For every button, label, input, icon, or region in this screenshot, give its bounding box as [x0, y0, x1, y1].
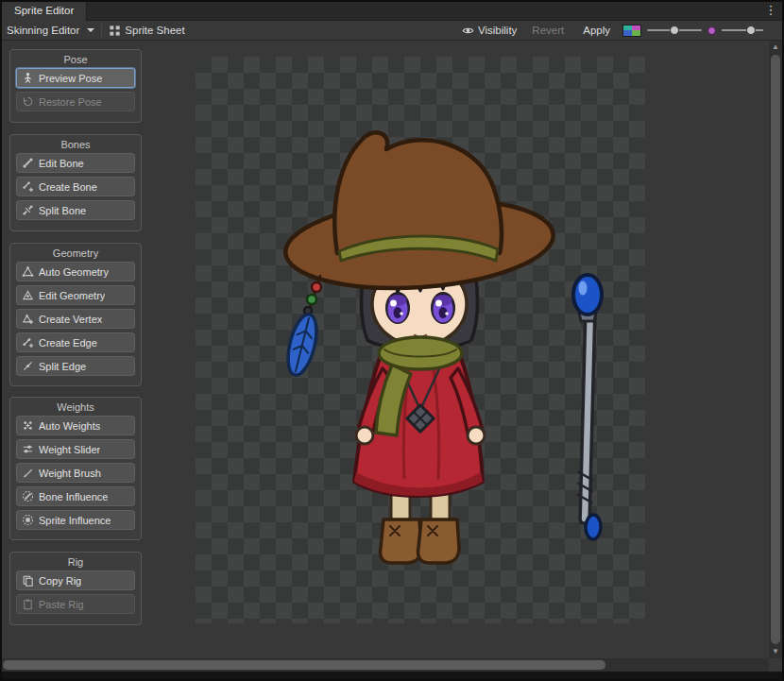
panel-bones: Bones Edit Bone Create Bone Split Bone [9, 134, 142, 231]
toolbar: Skinning Editor Sprite Sheet Visibility … [0, 21, 784, 41]
bone-influence-icon [22, 490, 34, 502]
panel-bones-title: Bones [10, 137, 141, 153]
auto-weights-icon [22, 419, 34, 432]
create-bone-icon [22, 180, 34, 193]
scrollbar-corner [769, 658, 784, 672]
panel-geometry-title: Geometry [10, 246, 141, 262]
panel-pose-title: Pose [10, 52, 141, 68]
weight-brush-button[interactable]: Weight Brush [16, 463, 135, 483]
window-bottom-edge [0, 672, 784, 681]
apply-button[interactable]: Apply [576, 21, 617, 41]
edit-geometry-button[interactable]: Edit Geometry [16, 285, 135, 305]
sprite-sheet-button[interactable]: Sprite Sheet [102, 21, 191, 41]
edit-bone-icon [22, 157, 34, 169]
panel-weights-title: Weights [10, 400, 141, 416]
auto-geometry-button[interactable]: Auto Geometry [16, 262, 135, 281]
eye-icon [462, 25, 474, 37]
paste-rig-icon [22, 598, 34, 610]
kebab-menu-icon[interactable]: ⋮ [764, 3, 777, 17]
panel-weights: Weights Auto Weights Weight Slider Weigh… [9, 397, 142, 540]
horizontal-scrollbar[interactable] [2, 658, 769, 672]
create-vertex-button[interactable]: Create Vertex [16, 309, 135, 329]
split-bone-button[interactable]: Split Bone [16, 200, 135, 220]
create-edge-button[interactable]: Create Edge [16, 332, 135, 352]
panel-pose: Pose Preview Pose Restore Pose [9, 49, 142, 123]
preview-pose-button[interactable]: Preview Pose [16, 68, 135, 88]
sprite-influence-button[interactable]: Sprite Influence [16, 510, 135, 530]
sprite-sheet-label: Sprite Sheet [125, 25, 184, 36]
character-sprite [282, 132, 556, 563]
sprite-editor-window: Sprite Editor ⋮ Skinning Editor Sprite S… [0, 0, 784, 681]
preview-pose-icon [22, 72, 34, 84]
toolbar-right-group: Visibility Revert Apply [459, 21, 763, 41]
split-edge-icon [22, 360, 34, 372]
visibility-label: Visibility [478, 25, 517, 36]
left-eye [385, 292, 410, 324]
right-eye [431, 292, 455, 324]
sprite-artwork [196, 57, 645, 623]
skinning-editor-dropdown[interactable]: Skinning Editor [0, 21, 101, 41]
panel-rig: Rig Copy Rig Paste Rig [9, 552, 142, 625]
edit-geometry-icon [22, 289, 34, 301]
auto-geometry-icon [22, 265, 34, 278]
auto-weights-button[interactable]: Auto Weights [16, 416, 135, 435]
bone-influence-button[interactable]: Bone Influence [16, 486, 135, 506]
sprite-influence-icon [22, 514, 34, 526]
chevron-down-icon [87, 28, 94, 32]
tab-sprite-editor[interactable]: Sprite Editor [2, 0, 87, 21]
weight-slider-button[interactable]: Weight Slider [16, 439, 135, 459]
tab-bar: Sprite Editor ⋮ [0, 0, 784, 21]
weight-brush-icon [22, 467, 34, 479]
sprite-sheet-icon [109, 25, 121, 37]
split-bone-icon [22, 204, 34, 216]
panel-rig-title: Rig [10, 554, 141, 570]
weight-slider-icon [22, 443, 34, 455]
panel-geometry: Geometry Auto Geometry Edit Geometry Cre… [9, 243, 142, 386]
tab-title: Sprite Editor [14, 5, 74, 16]
revert-button[interactable]: Revert [525, 21, 571, 41]
scroll-up-icon[interactable]: ▲ [769, 41, 782, 54]
skinning-editor-label: Skinning Editor [7, 25, 79, 36]
vertical-scrollbar[interactable]: ▲ ▼ [769, 41, 782, 658]
staff-sprite [573, 275, 602, 539]
create-edge-icon [22, 336, 34, 349]
zoom-slider-handle[interactable] [670, 26, 679, 35]
create-vertex-icon [22, 313, 34, 325]
create-bone-button[interactable]: Create Bone [16, 177, 135, 196]
restore-pose-button[interactable]: Restore Pose [16, 92, 135, 111]
edit-bone-button[interactable]: Edit Bone [16, 153, 135, 173]
scroll-down-icon[interactable]: ▼ [769, 645, 782, 658]
sprite-canvas[interactable] [196, 57, 645, 623]
paste-rig-button[interactable]: Paste Rig [16, 594, 135, 614]
feather-charm [282, 312, 321, 378]
rgb-preview-icon[interactable] [622, 25, 641, 37]
restore-pose-icon [22, 95, 34, 108]
vertical-scrollbar-thumb[interactable] [771, 55, 780, 644]
split-edge-button[interactable]: Split Edge [16, 356, 135, 376]
zoom-slider[interactable] [647, 25, 702, 36]
outline-color-icon[interactable] [707, 26, 716, 35]
copy-rig-icon [22, 574, 34, 587]
copy-rig-button[interactable]: Copy Rig [16, 570, 135, 590]
horizontal-scrollbar-thumb[interactable] [3, 660, 605, 670]
outline-opacity-slider[interactable] [722, 25, 763, 36]
outline-opacity-track [722, 29, 763, 31]
visibility-button[interactable]: Visibility [459, 21, 520, 41]
outline-opacity-handle[interactable] [746, 26, 756, 35]
